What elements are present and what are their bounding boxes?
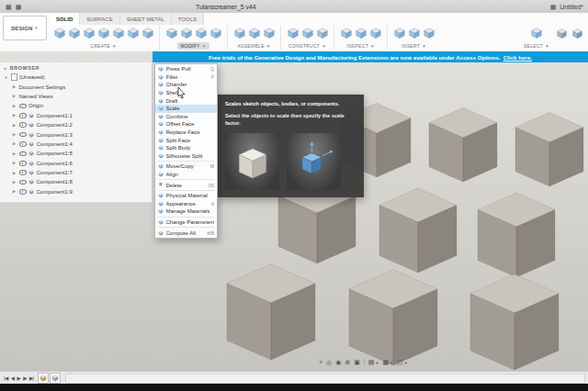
visibility-eye-icon[interactable] — [19, 122, 27, 128]
orbit-icon[interactable]: ◎ — [326, 359, 332, 365]
new-component-icon[interactable] — [52, 27, 66, 40]
collapsed-arrow-icon[interactable]: ▶ — [12, 113, 17, 117]
loft-icon[interactable] — [126, 27, 140, 40]
menu-item-draft[interactable]: Draft — [155, 96, 217, 105]
ribbon-group-label-create[interactable]: CREATE▼ — [87, 42, 119, 50]
window-grid-icon[interactable]: ▦ — [16, 4, 22, 10]
browser-item-component1-8[interactable]: ▶Component1:8 — [0, 177, 152, 186]
menu-item-silhouette-split[interactable]: Silhouette Split — [155, 152, 217, 161]
collapsed-arrow-icon[interactable]: ▶ — [12, 151, 17, 156]
browser-item-component1-2[interactable]: ▶Component1:2 — [0, 120, 152, 129]
browser-item-component1-1[interactable]: ▶Component1:1 — [0, 111, 152, 120]
zoom-icon[interactable]: ⊕ — [345, 359, 350, 365]
timeline-feature-2[interactable] — [50, 373, 61, 384]
visibility-eye-icon[interactable] — [19, 141, 27, 147]
shell-icon[interactable] — [194, 27, 208, 40]
visibility-eye-icon[interactable] — [19, 170, 27, 175]
collapsed-arrow-icon[interactable]: ▶ — [12, 94, 17, 98]
menu-item-shell[interactable]: Shell — [155, 89, 217, 97]
extrude-icon[interactable] — [82, 27, 96, 40]
display-state-icon[interactable] — [368, 27, 382, 40]
menu-item-delete[interactable]: ×Delete⌫ — [155, 181, 217, 189]
workspace-selector[interactable]: DESIGN ▼ — [3, 16, 47, 40]
menu-item-change-parameters[interactable]: Change Parameters — [155, 218, 217, 227]
ribbon-group-label-assemble[interactable]: ASSEMBLE▼ — [234, 42, 273, 50]
grid-settings-icon[interactable]: ▦▼ — [382, 359, 393, 365]
ribbon-group-label-modify[interactable]: MODIFY▼ — [177, 42, 209, 50]
visibility-eye-icon[interactable] — [19, 132, 27, 138]
play-icon[interactable]: ▶ — [16, 375, 21, 381]
collapsed-arrow-icon[interactable]: ▶ — [12, 141, 17, 146]
viewport[interactable]: Free trials of the Generative Design and… — [0, 51, 588, 371]
menu-item-split-body[interactable]: Split Body — [155, 144, 217, 152]
menu-item-fillet[interactable]: FilletF — [155, 73, 217, 82]
timeline-track[interactable] — [65, 374, 585, 384]
apps-grid-icon[interactable]: ▦ — [6, 4, 12, 10]
fit-icon[interactable]: ▣ — [354, 359, 360, 365]
look-at-icon[interactable]: ◉ — [335, 359, 341, 365]
apps-grid-icon[interactable]: ▦ — [550, 4, 557, 10]
browser-item-component1-7[interactable]: ▶Component1:7 — [0, 168, 152, 177]
document-tab-title[interactable]: Tulanscreamer_5 v44 — [196, 0, 255, 13]
collapsed-arrow-icon[interactable]: ▶ — [12, 161, 17, 165]
expanded-arrow-icon[interactable]: ▼ — [4, 75, 8, 80]
visibility-eye-icon[interactable] — [19, 189, 27, 195]
collapse-panel-icon[interactable]: « — [4, 65, 7, 71]
hole-icon[interactable] — [141, 27, 154, 40]
display-settings-icon[interactable]: ▤▼ — [368, 359, 379, 365]
collapsed-arrow-icon[interactable]: ▶ — [12, 132, 17, 137]
collapsed-arrow-icon[interactable]: ▶ — [12, 84, 17, 89]
menu-item-appearance[interactable]: AppearanceA — [155, 200, 217, 208]
browser-item-component1-3[interactable]: ▶Component1:3 — [0, 129, 152, 139]
ribbon-group-label-inspect[interactable]: INSPECT▼ — [344, 42, 378, 50]
step-back-icon[interactable]: ◀ — [10, 375, 16, 381]
menu-item-offset-face[interactable]: Offset Face — [155, 120, 217, 128]
browser-item-component1-9[interactable]: ▶Component1:9 — [0, 187, 152, 196]
collapsed-arrow-icon[interactable]: ▶ — [12, 104, 17, 108]
new-component-icon[interactable] — [232, 27, 246, 40]
press-pull-icon[interactable] — [164, 27, 178, 40]
menu-item-chamfer[interactable]: Chamfer — [155, 81, 217, 89]
browser-item-unsaved[interactable]: ▼(Unsaved) — [0, 73, 152, 82]
measure-icon[interactable] — [339, 27, 353, 40]
revolve-icon[interactable] — [96, 27, 110, 40]
browser-item-named-views[interactable]: ▶Named Views — [0, 92, 152, 101]
decal-icon[interactable] — [407, 27, 421, 40]
pan-icon[interactable]: + — [319, 359, 322, 365]
visibility-eye-icon[interactable] — [19, 161, 27, 166]
collapsed-arrow-icon[interactable]: ▶ — [12, 189, 17, 194]
menu-item-replace-face[interactable]: Replace Face — [155, 128, 217, 137]
menu-item-move-copy[interactable]: Move/CopyM — [155, 162, 217, 171]
menu-item-combine[interactable]: Combine — [155, 113, 217, 121]
ribbon-group-label-select[interactable]: SELECT▼ — [521, 42, 552, 50]
scale-icon[interactable] — [209, 27, 222, 40]
browser-item-component1-4[interactable]: ▶Component1:4 — [0, 140, 152, 149]
select-icon[interactable] — [529, 27, 543, 40]
browser-item-component1-5[interactable]: ▶Component1:5 — [0, 149, 152, 158]
skip-end-icon[interactable]: ▶| — [28, 375, 35, 381]
insert-mesh-icon[interactable] — [422, 27, 435, 40]
browser-item-component1-6[interactable]: ▶Component1:6 — [0, 159, 152, 168]
collapsed-arrow-icon[interactable]: ▶ — [12, 180, 17, 184]
menu-item-physical-material[interactable]: Physical Material — [155, 192, 217, 200]
ribbon-group-label-construct[interactable]: CONSTRUCT▼ — [286, 42, 329, 50]
visibility-eye-icon[interactable] — [19, 180, 27, 185]
visibility-eye-icon[interactable] — [19, 113, 27, 118]
visibility-eye-icon[interactable] — [19, 104, 27, 109]
banner-link[interactable]: Click here. — [503, 54, 532, 61]
browser-item-document-settings[interactable]: ▶Document Settings — [0, 82, 152, 91]
step-forward-icon[interactable]: ▶ — [22, 375, 28, 381]
tab-tools[interactable]: TOOLS — [172, 13, 204, 25]
insert-derive-icon[interactable] — [392, 27, 406, 40]
fillet-icon[interactable] — [179, 27, 193, 40]
skip-start-icon[interactable]: |◀ — [3, 375, 9, 381]
visibility-eye-icon[interactable] — [19, 151, 27, 157]
axis-icon[interactable] — [300, 27, 314, 40]
collapsed-arrow-icon[interactable]: ▶ — [12, 123, 17, 128]
browser-item-origin[interactable]: ▶Origin — [0, 101, 152, 110]
other-window-title[interactable]: Untitled* — [560, 4, 583, 10]
tab-surface[interactable]: SURFACE — [80, 13, 119, 25]
menu-item-align[interactable]: Align — [155, 171, 217, 179]
viewports-icon[interactable]: ◫▼ — [397, 359, 408, 365]
menu-item-split-face[interactable]: Split Face — [155, 136, 217, 144]
